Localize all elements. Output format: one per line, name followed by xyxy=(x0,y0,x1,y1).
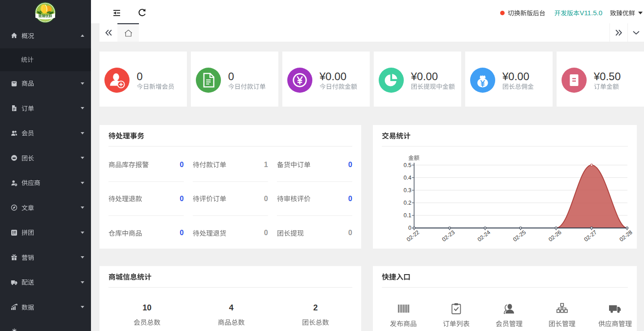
svg-text:02-24: 02-24 xyxy=(476,229,492,243)
svg-text:0: 0 xyxy=(408,225,411,231)
svg-text:0.5: 0.5 xyxy=(404,162,411,168)
svg-text:02-27: 02-27 xyxy=(583,229,598,243)
svg-text:0.4: 0.4 xyxy=(404,175,411,181)
svg-text:0.2: 0.2 xyxy=(404,200,411,206)
svg-text:02-22: 02-22 xyxy=(406,229,421,243)
svg-text:02-25: 02-25 xyxy=(512,229,527,243)
svg-text:02-26: 02-26 xyxy=(547,229,562,243)
svg-text:0.1: 0.1 xyxy=(404,212,411,219)
svg-text:02-28: 02-28 xyxy=(618,229,634,243)
svg-text:02-23: 02-23 xyxy=(441,229,456,243)
svg-text:0.3: 0.3 xyxy=(404,187,411,193)
